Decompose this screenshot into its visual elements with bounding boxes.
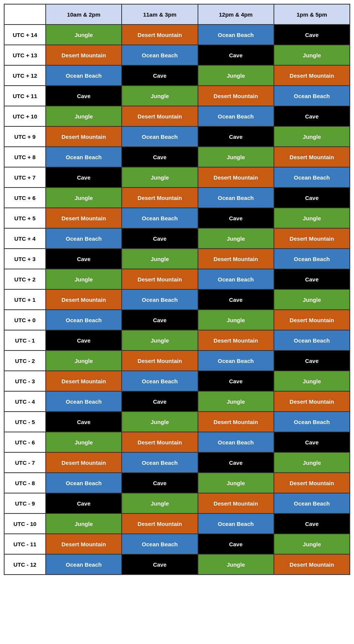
table-row: UTC + 5Desert MountainOcean BeachCaveJun…: [4, 208, 350, 228]
cell-ocean: Ocean Beach: [46, 228, 122, 249]
cell-desert: Desert Mountain: [198, 249, 274, 269]
cell-ocean: Ocean Beach: [274, 167, 350, 188]
cell-ocean: Ocean Beach: [122, 45, 198, 65]
cell-jungle: Jungle: [198, 147, 274, 167]
cell-desert: Desert Mountain: [274, 391, 350, 412]
table-row: UTC + 6JungleDesert MountainOcean BeachC…: [4, 188, 350, 208]
utc-label: UTC - 11: [4, 534, 46, 554]
cell-cave: Cave: [198, 208, 274, 228]
cell-desert: Desert Mountain: [198, 412, 274, 432]
cell-jungle: Jungle: [122, 493, 198, 513]
cell-cave: Cave: [198, 371, 274, 391]
table-row: UTC + 13Desert MountainOcean BeachCaveJu…: [4, 45, 350, 65]
cell-cave: Cave: [122, 554, 198, 575]
cell-cave: Cave: [122, 228, 198, 249]
cell-jungle: Jungle: [122, 249, 198, 269]
table-row: UTC + 7CaveJungleDesert MountainOcean Be…: [4, 167, 350, 188]
cell-ocean: Ocean Beach: [46, 391, 122, 412]
cell-ocean: Ocean Beach: [46, 310, 122, 330]
cell-ocean: Ocean Beach: [274, 86, 350, 106]
cell-cave: Cave: [198, 126, 274, 147]
cell-jungle: Jungle: [46, 432, 122, 452]
cell-desert: Desert Mountain: [122, 106, 198, 126]
utc-label: UTC - 9: [4, 493, 46, 513]
utc-label: UTC + 8: [4, 147, 46, 167]
cell-desert: Desert Mountain: [274, 65, 350, 86]
utc-label: UTC + 13: [4, 45, 46, 65]
cell-jungle: Jungle: [274, 208, 350, 228]
cell-jungle: Jungle: [46, 106, 122, 126]
table-row: UTC + 10JungleDesert MountainOcean Beach…: [4, 106, 350, 126]
cell-cave: Cave: [274, 513, 350, 534]
utc-label: UTC - 3: [4, 371, 46, 391]
table-row: UTC + 8Ocean BeachCaveJungleDesert Mount…: [4, 147, 350, 167]
cell-cave: Cave: [198, 452, 274, 473]
cell-jungle: Jungle: [198, 473, 274, 493]
cell-jungle: Jungle: [274, 45, 350, 65]
cell-desert: Desert Mountain: [198, 86, 274, 106]
cell-ocean: Ocean Beach: [122, 289, 198, 310]
header-utc: [4, 4, 46, 25]
table-row: UTC - 5CaveJungleDesert MountainOcean Be…: [4, 412, 350, 432]
header-col4: 1pm & 5pm: [274, 4, 350, 25]
utc-label: UTC + 2: [4, 269, 46, 289]
cell-ocean: Ocean Beach: [198, 25, 274, 45]
cell-desert: Desert Mountain: [274, 228, 350, 249]
table-row: UTC + 0Ocean BeachCaveJungleDesert Mount…: [4, 310, 350, 330]
cell-ocean: Ocean Beach: [274, 412, 350, 432]
utc-label: UTC - 7: [4, 452, 46, 473]
utc-label: UTC + 14: [4, 25, 46, 45]
cell-desert: Desert Mountain: [46, 208, 122, 228]
cell-ocean: Ocean Beach: [122, 126, 198, 147]
table-row: UTC + 3CaveJungleDesert MountainOcean Be…: [4, 249, 350, 269]
utc-label: UTC - 6: [4, 432, 46, 452]
cell-desert: Desert Mountain: [46, 452, 122, 473]
cell-jungle: Jungle: [122, 86, 198, 106]
cell-desert: Desert Mountain: [198, 330, 274, 350]
cell-jungle: Jungle: [46, 269, 122, 289]
cell-jungle: Jungle: [122, 330, 198, 350]
utc-label: UTC + 7: [4, 167, 46, 188]
cell-jungle: Jungle: [274, 126, 350, 147]
cell-desert: Desert Mountain: [46, 126, 122, 147]
table-row: UTC + 11CaveJungleDesert MountainOcean B…: [4, 86, 350, 106]
cell-ocean: Ocean Beach: [46, 147, 122, 167]
cell-ocean: Ocean Beach: [198, 269, 274, 289]
utc-label: UTC + 5: [4, 208, 46, 228]
table-row: UTC - 8Ocean BeachCaveJungleDesert Mount…: [4, 473, 350, 493]
cell-desert: Desert Mountain: [198, 167, 274, 188]
cell-desert: Desert Mountain: [274, 473, 350, 493]
table-row: UTC + 2JungleDesert MountainOcean BeachC…: [4, 269, 350, 289]
utc-label: UTC + 1: [4, 289, 46, 310]
cell-cave: Cave: [46, 249, 122, 269]
cell-ocean: Ocean Beach: [274, 249, 350, 269]
header-col3: 12pm & 4pm: [198, 4, 274, 25]
cell-ocean: Ocean Beach: [198, 432, 274, 452]
cell-cave: Cave: [46, 330, 122, 350]
cell-jungle: Jungle: [46, 513, 122, 534]
cell-jungle: Jungle: [198, 391, 274, 412]
cell-desert: Desert Mountain: [122, 513, 198, 534]
utc-label: UTC - 2: [4, 350, 46, 371]
utc-label: UTC - 5: [4, 412, 46, 432]
table-row: UTC - 9CaveJungleDesert MountainOcean Be…: [4, 493, 350, 513]
utc-label: UTC - 10: [4, 513, 46, 534]
cell-jungle: Jungle: [122, 167, 198, 188]
cell-cave: Cave: [46, 412, 122, 432]
utc-label: UTC - 12: [4, 554, 46, 575]
utc-label: UTC - 8: [4, 473, 46, 493]
cell-ocean: Ocean Beach: [122, 452, 198, 473]
header-col2: 11am & 3pm: [122, 4, 198, 25]
cell-ocean: Ocean Beach: [46, 554, 122, 575]
cell-ocean: Ocean Beach: [198, 106, 274, 126]
cell-cave: Cave: [122, 310, 198, 330]
table-row: UTC + 12Ocean BeachCaveJungleDesert Moun…: [4, 65, 350, 86]
cell-cave: Cave: [274, 432, 350, 452]
cell-cave: Cave: [274, 350, 350, 371]
cell-jungle: Jungle: [274, 452, 350, 473]
cell-desert: Desert Mountain: [46, 45, 122, 65]
cell-cave: Cave: [274, 25, 350, 45]
cell-ocean: Ocean Beach: [46, 65, 122, 86]
cell-desert: Desert Mountain: [46, 534, 122, 554]
cell-jungle: Jungle: [274, 289, 350, 310]
